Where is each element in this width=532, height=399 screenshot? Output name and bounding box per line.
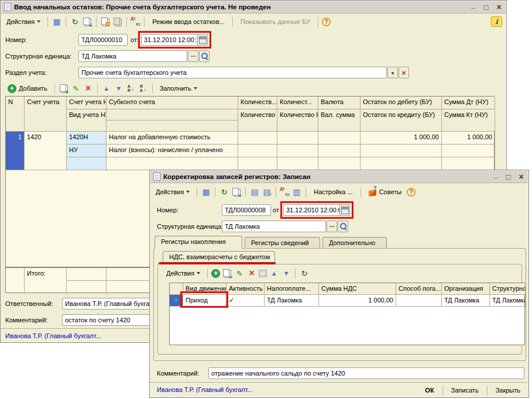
currency-cell[interactable]: [318, 132, 361, 145]
empty-cell[interactable]: [318, 157, 361, 170]
tab-accumulation-registers[interactable]: Регистры накопления: [155, 236, 242, 249]
info-icon[interactable]: [491, 16, 502, 27]
register-actions-button[interactable]: Действия: [163, 268, 204, 278]
copy-row-icon[interactable]: [59, 83, 69, 94]
settings-button[interactable]: Настройка ...: [310, 187, 356, 197]
maximize-button[interactable]: [482, 3, 490, 12]
tab-information-registers[interactable]: Регистры сведений: [245, 237, 320, 249]
delete-row-icon[interactable]: [246, 268, 257, 278]
empty-cell[interactable]: [318, 145, 361, 157]
add-row-button[interactable]: Добавить: [4, 82, 51, 95]
movement-cell[interactable]: Приход: [183, 295, 226, 307]
responsible-user-link[interactable]: Иванова Т.Р. (Главный бухгалт...: [157, 386, 253, 393]
move-up-icon[interactable]: [269, 268, 279, 278]
open-button[interactable]: [199, 50, 210, 62]
edit-row-icon[interactable]: [71, 83, 81, 94]
organization-cell[interactable]: ТД Лакомка: [442, 295, 490, 307]
taxpayer-cell[interactable]: ТД Лакомка: [265, 295, 319, 307]
add-row-icon[interactable]: [211, 269, 220, 278]
row-number-cell[interactable]: 1: [6, 132, 25, 170]
edit-row-icon[interactable]: [234, 268, 245, 278]
nu-kind-cell[interactable]: НУ: [67, 145, 107, 157]
calendar-button[interactable]: [197, 34, 208, 46]
number-field[interactable]: ТДЛ00000010: [78, 34, 128, 46]
clear-button[interactable]: [399, 67, 409, 78]
back-title-bar[interactable]: Ввод начальных остатков: Прочие счета бу…: [1, 1, 506, 13]
unit-cell[interactable]: ТД Лакомка: [490, 295, 526, 307]
vat-sum-cell[interactable]: 1 000,00: [319, 295, 396, 307]
ok-button[interactable]: ОК: [420, 386, 438, 395]
structural-unit-field[interactable]: ТД Лакомка: [78, 50, 187, 62]
sort-descending-icon[interactable]: [138, 83, 149, 94]
debit-bu-cell[interactable]: 1 000,00: [361, 132, 442, 145]
number-field[interactable]: ТДЛ00000008: [222, 204, 271, 216]
subconto-cell[interactable]: Налог на добавленную стоимость: [107, 132, 238, 145]
inner-tab-vat-budget[interactable]: НДС, взаиморасчеты с бюджетом: [163, 251, 275, 264]
refresh-icon[interactable]: [219, 187, 229, 197]
actions-menu-button[interactable]: Действия: [3, 16, 44, 27]
nu-subconto-cell[interactable]: Налог (взносы): начислено / уплачено: [107, 145, 238, 157]
choose-button[interactable]: [188, 50, 198, 62]
sort-ascending-icon[interactable]: [126, 83, 136, 94]
debit-credit-icon[interactable]: [131, 16, 140, 27]
actions-label: Действия: [6, 18, 35, 25]
front-title-bar[interactable]: Корректировка записей регистров: Записан: [150, 171, 528, 183]
calendar-button[interactable]: [339, 204, 350, 216]
close-window-button[interactable]: Закрыть: [491, 386, 525, 395]
empty-cell[interactable]: [277, 157, 318, 170]
delete-row-icon[interactable]: [83, 83, 94, 94]
post-document-icon[interactable]: [201, 187, 211, 197]
empty-cell[interactable]: [67, 157, 107, 170]
list-icon[interactable]: [249, 187, 260, 197]
close-button[interactable]: [495, 2, 503, 12]
tab-additional[interactable]: Дополнительно: [322, 237, 387, 249]
open-button[interactable]: [338, 221, 348, 232]
save-button[interactable]: Записать: [447, 386, 483, 395]
checklist-icon[interactable]: [262, 187, 272, 197]
empty-cell[interactable]: [277, 145, 318, 157]
comment-field[interactable]: отражение начального сальдо по счету 142…: [208, 367, 524, 379]
close-button[interactable]: [517, 172, 525, 181]
sum-dt-nu-cell[interactable]: 1 000,00: [442, 132, 495, 145]
post-document-icon[interactable]: [52, 16, 62, 27]
actions-menu-button[interactable]: Действия: [152, 187, 193, 197]
minimize-button[interactable]: [469, 3, 477, 11]
empty-cell[interactable]: [361, 145, 442, 157]
empty-cell[interactable]: [442, 145, 495, 157]
row-marker-cell[interactable]: [170, 295, 183, 307]
choose-button[interactable]: [327, 221, 337, 232]
help-icon[interactable]: [407, 188, 416, 197]
empty-cell[interactable]: [238, 157, 277, 170]
journal-icon[interactable]: [291, 187, 302, 197]
maximize-button[interactable]: [504, 173, 512, 181]
minimize-button[interactable]: [492, 173, 499, 181]
section-field[interactable]: Прочие счета бухгалтерского учета: [78, 67, 387, 78]
structural-unit-field[interactable]: ТД Лакомка: [222, 221, 326, 232]
responsible-user-link[interactable]: Иванова Т.Р. (Главный бухгалт...: [5, 332, 101, 339]
qty-bu-cell[interactable]: [238, 132, 277, 145]
move-down-icon[interactable]: [281, 268, 291, 278]
debit-credit-icon[interactable]: [280, 187, 290, 197]
empty-cell[interactable]: [238, 145, 277, 157]
refresh-icon[interactable]: [70, 16, 80, 27]
move-down-icon[interactable]: [114, 83, 124, 94]
copy-add-icon[interactable]: [82, 16, 92, 27]
method-cell[interactable]: [396, 295, 442, 307]
fill-document-icon[interactable]: [100, 16, 111, 27]
copy-add-icon[interactable]: [231, 187, 242, 197]
account-nu-cell[interactable]: 1420Н: [67, 132, 107, 145]
move-up-icon[interactable]: [101, 83, 112, 94]
tips-button[interactable]: Советы: [365, 185, 405, 199]
fill-menu-button[interactable]: Заполнить: [156, 83, 201, 94]
activity-cell[interactable]: ✓: [226, 295, 265, 307]
refresh-icon[interactable]: [299, 268, 310, 278]
empty-cell[interactable]: [361, 157, 442, 170]
account-cell[interactable]: 1420: [25, 132, 67, 170]
qty-nu-cell[interactable]: [277, 132, 318, 145]
balance-entry-mode-button[interactable]: Режим ввода остатков...: [148, 16, 229, 27]
empty-cell[interactable]: [107, 157, 238, 170]
dropdown-button[interactable]: [387, 67, 398, 78]
empty-cell[interactable]: [442, 157, 495, 170]
help-icon[interactable]: [322, 18, 331, 26]
copy-row-icon[interactable]: [222, 268, 232, 278]
